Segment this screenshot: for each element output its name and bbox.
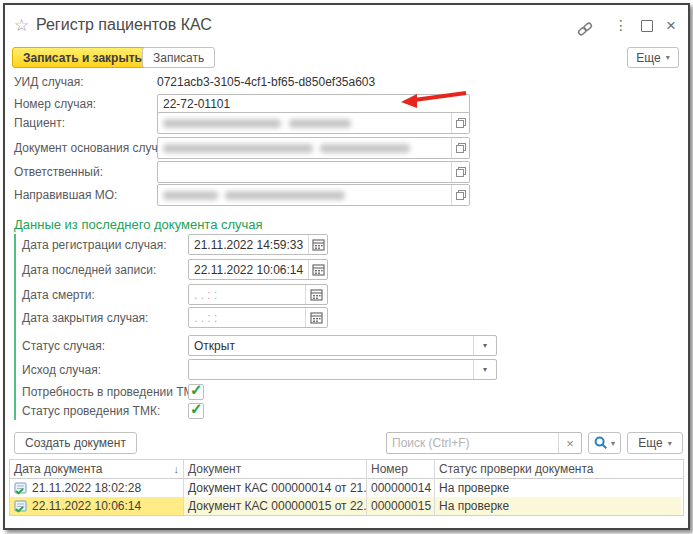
death-date-label: Дата смерти: [22, 288, 188, 302]
link-icon[interactable] [576, 21, 594, 41]
case-status-row: Статус случая: Открыт ▾ [22, 335, 497, 356]
check-icon: ✓ [190, 381, 203, 399]
document-posted-icon [14, 500, 28, 513]
maximize-icon[interactable] [641, 20, 653, 32]
referring-mo-blurred-value [158, 186, 451, 204]
search-field[interactable]: × [386, 432, 582, 454]
section-title: Данные из последнего документа случая [14, 217, 263, 232]
column-header-number[interactable]: Номер [367, 460, 434, 478]
search-button[interactable]: ▾ [588, 432, 621, 454]
page-title: Регистр пациентов КАС [36, 16, 212, 34]
more-menu-icon[interactable]: ⋮ [614, 18, 628, 32]
table-row-2-date[interactable]: 22.11.2022 10:06:14 [10, 497, 183, 515]
app-window: ☆ Регистр пациентов КАС ⋮ × Записать и з… [3, 3, 690, 530]
close-date-label: Дата закрытия случая: [22, 311, 188, 325]
last-record-date-row: Дата последней записи: 22.11.2022 10:06:… [22, 259, 328, 280]
document-posted-icon [14, 482, 28, 495]
save-button[interactable]: Записать [142, 47, 215, 68]
create-document-button[interactable]: Создать документ [14, 432, 137, 454]
open-reference-icon[interactable] [451, 138, 469, 158]
calendar-icon[interactable] [305, 308, 327, 327]
column-header-date[interactable]: Дата документа ↓ [10, 460, 183, 478]
search-input[interactable] [387, 436, 558, 450]
responsible-label: Ответственный: [14, 165, 157, 179]
uid-label: УИД случая: [14, 75, 157, 89]
death-date-row: Дата смерти: . . : : [22, 284, 328, 305]
patient-label: Пациент: [14, 116, 157, 130]
calendar-icon[interactable] [305, 285, 327, 304]
case-outcome-label: Исход случая: [22, 363, 188, 377]
annotation-arrow [398, 85, 473, 111]
check-icon: ✓ [190, 400, 203, 418]
table-cell-text: 22.11.2022 10:06:14 [32, 499, 141, 513]
column-header-date-label: Дата документа [14, 462, 102, 476]
referring-mo-label: Направившая МО: [14, 188, 157, 202]
table-row-1-doc[interactable]: Документ КАС 000000014 от 21.11.2.. [184, 479, 366, 497]
tmk-need-checkbox[interactable]: ✓ [188, 384, 204, 400]
registration-date-value: 21.11.2022 14:59:33 [189, 238, 308, 252]
open-reference-icon[interactable] [451, 162, 469, 182]
base-document-label: Документ основания случая: [14, 141, 157, 155]
case-number-label: Номер случая: [14, 97, 157, 111]
more-button-label: Еще [636, 51, 660, 65]
calendar-icon[interactable] [308, 235, 327, 254]
last-record-date-value: 22.11.2022 10:06:14 [189, 263, 308, 277]
calendar-icon[interactable] [308, 260, 327, 279]
case-status-value: Открыт [189, 339, 473, 353]
uid-row: УИД случая: 0721acb3-3105-4cf1-bf65-d850… [14, 72, 375, 92]
table-row-1-date[interactable]: 21.11.2022 18:02:28 [10, 479, 183, 497]
column-header-status[interactable]: Статус проверки документа [435, 460, 681, 478]
column-header-doc[interactable]: Документ [184, 460, 366, 478]
base-document-field[interactable] [157, 137, 470, 159]
sort-down-icon: ↓ [174, 463, 180, 475]
patient-row: Пациент: [14, 112, 470, 134]
close-date-row: Дата закрытия случая: . . : : [22, 307, 328, 328]
tmk-status-label: Статус проведения ТМК: [22, 404, 188, 418]
documents-table: Дата документа ↓ Документ Номер Статус п… [9, 459, 684, 516]
case-status-select[interactable]: Открыт ▾ [188, 335, 497, 356]
table-row-2-doc[interactable]: Документ КАС 000000015 от 22.11.2.. [184, 497, 366, 515]
chevron-down-icon: ▾ [666, 53, 670, 62]
tmk-need-row: Потребность в проведении ТМК: ✓ [22, 383, 204, 401]
more-button-label: Еще [638, 436, 662, 450]
close-date-placeholder: . . : : [189, 311, 305, 325]
case-outcome-row: Исход случая: ▾ [22, 359, 497, 380]
chevron-down-icon: ▾ [611, 439, 615, 448]
death-date-placeholder: . . : : [189, 288, 305, 302]
table-row-1-status[interactable]: На проверке [435, 479, 681, 497]
case-outcome-select[interactable]: ▾ [188, 359, 497, 380]
dropdown-arrow-icon[interactable]: ▾ [473, 360, 496, 379]
case-status-label: Статус случая: [22, 339, 188, 353]
referring-mo-field[interactable] [157, 184, 470, 206]
magnifier-icon [594, 436, 608, 450]
responsible-row: Ответственный: [14, 161, 470, 183]
tmk-status-checkbox[interactable]: ✓ [188, 403, 204, 419]
screenshot: ☆ Регистр пациентов КАС ⋮ × Записать и з… [0, 0, 693, 534]
death-date-field[interactable]: . . : : [188, 284, 328, 305]
more-button-top[interactable]: Еще ▾ [627, 47, 679, 68]
section-group-line [14, 234, 16, 420]
registration-date-label: Дата регистрации случая: [22, 238, 188, 252]
favorite-star-icon[interactable]: ☆ [14, 17, 29, 34]
dropdown-arrow-icon[interactable]: ▾ [473, 336, 496, 355]
table-row-2-number[interactable]: 000000015 [367, 497, 434, 515]
more-button-bottom[interactable]: Еще ▾ [627, 432, 683, 454]
open-reference-icon[interactable] [451, 113, 469, 133]
registration-date-row: Дата регистрации случая: 21.11.2022 14:5… [22, 234, 328, 255]
clear-search-icon[interactable]: × [558, 433, 581, 453]
save-and-close-button[interactable]: Записать и закрыть [12, 47, 153, 68]
table-row-2-status[interactable]: На проверке [435, 497, 681, 515]
tmk-need-label: Потребность в проведении ТМК: [22, 385, 188, 399]
last-record-date-field[interactable]: 22.11.2022 10:06:14 [188, 259, 328, 280]
patient-field[interactable] [157, 112, 470, 134]
close-date-field[interactable]: . . : : [188, 307, 328, 328]
close-icon[interactable]: × [666, 17, 676, 34]
table-cell-text: 21.11.2022 18:02:28 [32, 481, 141, 495]
base-document-row: Документ основания случая: [14, 137, 470, 159]
responsible-field[interactable] [157, 161, 470, 183]
referring-mo-row: Направившая МО: [14, 184, 470, 206]
registration-date-field[interactable]: 21.11.2022 14:59:33 [188, 234, 328, 255]
table-row-1-number[interactable]: 000000014 [367, 479, 434, 497]
open-reference-icon[interactable] [451, 185, 469, 205]
uid-value: 0721acb3-3105-4cf1-bf65-d850ef35a603 [157, 75, 375, 89]
